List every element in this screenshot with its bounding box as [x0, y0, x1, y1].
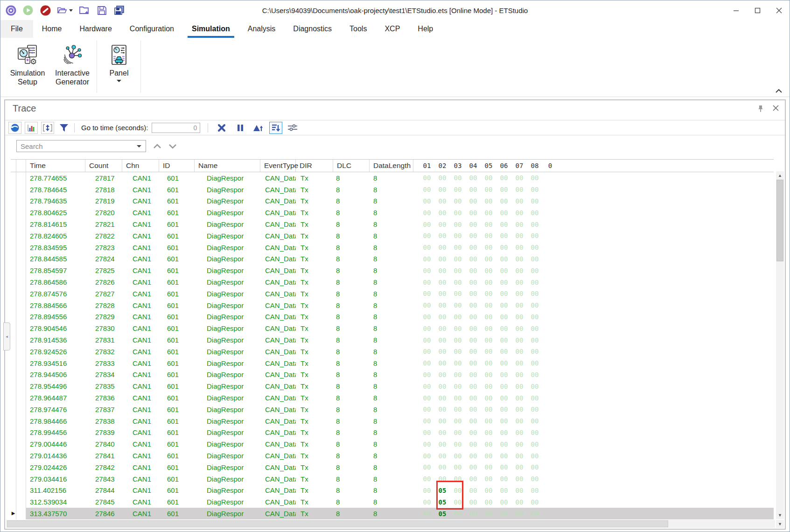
panel-dropdown-icon[interactable]	[117, 80, 121, 82]
menu-item-diagnostics[interactable]: Diagnostics	[284, 20, 341, 38]
scroll-down-icon[interactable]: ▼	[776, 511, 784, 519]
menu-item-configuration[interactable]: Configuration	[121, 20, 183, 38]
pin-icon[interactable]	[757, 105, 764, 112]
open-file-dropdown-icon[interactable]	[69, 9, 73, 12]
trace-row[interactable]: 278.84458527824CAN1601DiagResporCAN_Data…	[11, 253, 774, 265]
horizontal-scrollbar-thumb[interactable]	[7, 520, 668, 527]
overwrite-mode-icon[interactable]	[8, 122, 21, 134]
menu-item-home[interactable]: Home	[33, 20, 71, 38]
open-file-icon[interactable]	[57, 5, 73, 16]
column-header-count[interactable]: Count	[85, 160, 122, 172]
menu-item-xcp[interactable]: XCP	[376, 20, 409, 38]
column-header-gutter[interactable]	[16, 160, 26, 172]
save-all-icon[interactable]	[113, 5, 125, 16]
trace-row[interactable]: 278.96448727836CAN1601DiagResporCAN_Data…	[11, 392, 774, 404]
trace-row[interactable]: 278.85459727825CAN1601DiagResporCAN_Data…	[11, 265, 774, 276]
vertical-scrollbar-thumb[interactable]	[776, 180, 783, 261]
splitter-handle[interactable]: ◂	[3, 322, 10, 350]
trace-row[interactable]: 278.89455627829CAN1601DiagResporCAN_Data…	[11, 311, 774, 323]
trace-row[interactable]: 278.98446627838CAN1601DiagResporCAN_Data…	[11, 415, 774, 427]
close-button[interactable]	[768, 0, 790, 20]
cell: 8	[370, 265, 413, 276]
clear-icon[interactable]	[215, 122, 228, 134]
trace-row[interactable]: 278.79463527819CAN1601DiagResporCAN_Data…	[11, 196, 774, 207]
trace-row[interactable]: 278.88456627828CAN1601DiagResporCAN_Data…	[11, 300, 774, 311]
menu-item-file[interactable]: File	[0, 20, 33, 38]
search-next-icon[interactable]	[167, 142, 178, 150]
stop-icon[interactable]	[40, 5, 51, 16]
trace-row[interactable]: 278.83459527823CAN1601DiagResporCAN_Data…	[11, 242, 774, 253]
trace-row[interactable]: 278.80462527820CAN1601DiagResporCAN_Data…	[11, 207, 774, 218]
scroll-up-icon[interactable]: ▲	[776, 171, 784, 179]
trace-row[interactable]: 311.40215627844CAN1601DiagResporCAN_Data…	[11, 485, 774, 497]
trace-row[interactable]: 312.53903427845CAN1601DiagResporCAN_Data…	[11, 496, 774, 508]
trace-row[interactable]: 279.02442627842CAN1601DiagResporCAN_Data…	[11, 462, 774, 473]
menu-item-analysis[interactable]: Analysis	[239, 20, 285, 38]
column-header-time[interactable]: Time	[26, 160, 85, 172]
statistics-chart-icon[interactable]	[25, 122, 38, 134]
horizontal-scrollbar[interactable]	[6, 520, 775, 528]
minimize-button[interactable]	[725, 0, 747, 20]
column-header-gutter[interactable]	[11, 160, 16, 172]
filter-icon[interactable]	[57, 122, 70, 134]
panel-button[interactable]: Panel	[100, 42, 138, 94]
menu-item-simulation[interactable]: Simulation	[183, 20, 239, 38]
trace-row[interactable]: 278.78464527818CAN1601DiagResporCAN_Data…	[11, 184, 774, 196]
cell: CAN1	[122, 346, 159, 357]
trace-row[interactable]: 278.86458627826CAN1601DiagResporCAN_Data…	[11, 276, 774, 288]
cell: 601	[159, 288, 195, 300]
column-header-bytes[interactable]: 01020304050607080	[413, 160, 774, 172]
column-header-name[interactable]: Name	[195, 160, 260, 172]
maximize-button[interactable]	[747, 0, 768, 20]
column-header-dir[interactable]: DIR	[296, 160, 333, 172]
menu-item-tools[interactable]: Tools	[341, 20, 376, 38]
trace-row[interactable]: 278.99445627839CAN1601DiagResporCAN_Data…	[11, 427, 774, 439]
cell: 8	[333, 172, 370, 184]
column-header-chn[interactable]: Chn	[122, 160, 159, 172]
column-header-eventtype[interactable]: EventType	[260, 160, 296, 172]
trace-row[interactable]: 279.01443627841CAN1601DiagResporCAN_Data…	[11, 450, 774, 462]
trace-row[interactable]: 279.00444627840CAN1601DiagResporCAN_Data…	[11, 438, 774, 450]
search-input[interactable]: Search	[16, 140, 146, 152]
scroll-to-bottom-icon[interactable]	[269, 122, 282, 134]
interactive-generator-button[interactable]: Interactive Generator	[51, 42, 94, 94]
trace-row[interactable]: 278.77465527817CAN1601DiagResporCAN_Data…	[11, 172, 774, 184]
search-prev-icon[interactable]	[152, 142, 163, 150]
trace-row[interactable]: 278.94450627834CAN1601DiagResporCAN_Data…	[11, 369, 774, 381]
column-header-id[interactable]: ID	[159, 160, 195, 172]
cell	[16, 462, 26, 473]
run-icon[interactable]	[22, 5, 34, 16]
cell: DiagRespor	[195, 218, 260, 230]
trace-row[interactable]: ▶313.43757027846CAN1601DiagResporCAN_Dat…	[11, 508, 774, 519]
trace-row[interactable]: 278.82460527822CAN1601DiagResporCAN_Data…	[11, 230, 774, 242]
display-settings-icon[interactable]	[286, 122, 299, 134]
trace-row[interactable]: 278.90454627830CAN1601DiagResporCAN_Data…	[11, 322, 774, 334]
collapse-ribbon-icon[interactable]	[774, 86, 784, 95]
trace-row[interactable]: 278.81461527821CAN1601DiagResporCAN_Data…	[11, 218, 774, 230]
pause-icon[interactable]	[234, 122, 247, 134]
cell: 601	[159, 346, 195, 357]
cell: 8	[333, 196, 370, 207]
scroll-down-icon[interactable]: ▼	[776, 520, 784, 528]
trace-row[interactable]: 278.91453627831CAN1601DiagResporCAN_Data…	[11, 334, 774, 346]
trace-row[interactable]: 278.97447627837CAN1601DiagResporCAN_Data…	[11, 404, 774, 415]
vertical-scrollbar[interactable]: ▲ ▼	[776, 171, 784, 519]
trace-row[interactable]: 278.93451627833CAN1601DiagResporCAN_Data…	[11, 357, 774, 369]
go-to-trigger-icon[interactable]	[252, 122, 265, 134]
expand-rows-icon[interactable]	[41, 122, 54, 134]
trace-row[interactable]: 278.87457627827CAN1601DiagResporCAN_Data…	[11, 288, 774, 300]
column-header-datalength[interactable]: DataLength	[370, 160, 413, 172]
simulation-setup-button[interactable]: ⚙ Simulation Setup	[5, 42, 50, 94]
goto-time-input[interactable]: 0	[152, 123, 200, 133]
save-icon[interactable]	[96, 5, 107, 16]
search-dropdown-icon[interactable]	[137, 145, 141, 147]
menu-item-hardware[interactable]: Hardware	[70, 20, 120, 38]
cell: CAN_Data	[260, 496, 296, 508]
menu-item-help[interactable]: Help	[409, 20, 442, 38]
new-file-icon[interactable]	[79, 5, 90, 16]
trace-row[interactable]: 278.95449627835CAN1601DiagResporCAN_Data…	[11, 380, 774, 392]
trace-row[interactable]: 278.92452627832CAN1601DiagResporCAN_Data…	[11, 346, 774, 357]
column-header-dlc[interactable]: DLC	[333, 160, 370, 172]
trace-row[interactable]: 279.03441627843CAN1601DiagResporCAN_Data…	[11, 473, 774, 485]
close-icon[interactable]	[772, 105, 779, 112]
